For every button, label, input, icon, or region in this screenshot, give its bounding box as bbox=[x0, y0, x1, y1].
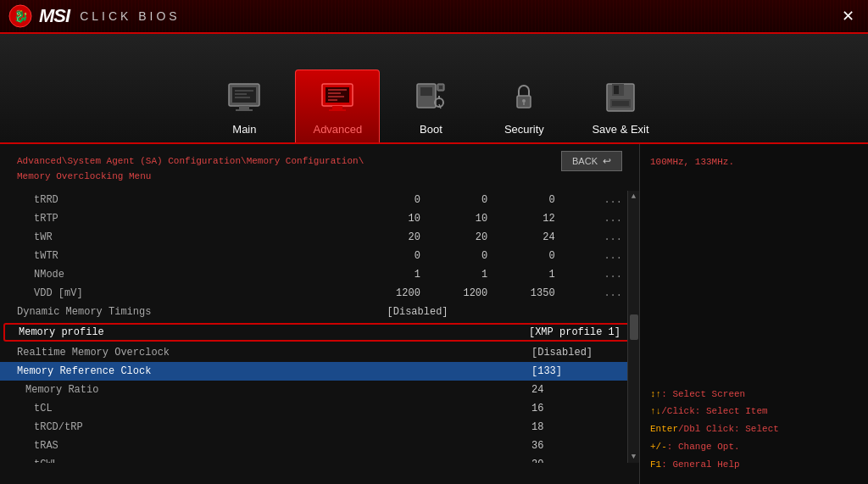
svg-text:🐉: 🐉 bbox=[14, 9, 29, 24]
memory-profile-value: [XMP profile 1] bbox=[529, 326, 620, 338]
scrollbar[interactable]: ▲ ▼ bbox=[627, 191, 639, 463]
msi-dragon-icon: 🐉 bbox=[8, 4, 32, 28]
memory-ratio-row[interactable]: Memory Ratio 24 bbox=[0, 381, 639, 399]
security-tab-label: Security bbox=[504, 123, 544, 136]
memory-profile-row[interactable]: Memory profile [XMP profile 1] bbox=[3, 323, 636, 342]
back-arrow-icon: ↩ bbox=[603, 155, 611, 167]
main-content: BACK ↩ Advanced\System Agent (SA) Config… bbox=[0, 144, 868, 484]
svg-point-25 bbox=[522, 99, 526, 103]
svg-rect-3 bbox=[232, 87, 256, 103]
svg-rect-4 bbox=[239, 106, 249, 109]
table-row: VDD [mV] 1200 1200 1350 ... bbox=[0, 284, 639, 303]
tras-row[interactable]: tRAS 36 bbox=[0, 437, 639, 455]
svg-rect-20 bbox=[439, 86, 442, 89]
svg-rect-18 bbox=[420, 87, 432, 96]
save-exit-icon bbox=[600, 77, 641, 118]
svg-line-23 bbox=[439, 104, 441, 108]
table-row: NMode 1 1 1 ... bbox=[0, 265, 639, 284]
scroll-up-icon[interactable]: ▲ bbox=[632, 192, 636, 201]
table-row: tWTR 0 0 0 ... bbox=[0, 247, 639, 265]
close-button[interactable]: ✕ bbox=[837, 5, 860, 27]
svg-rect-5 bbox=[236, 109, 253, 111]
help-text: 100MHz, 133MHz. bbox=[650, 154, 858, 171]
tab-main[interactable]: Main bbox=[202, 70, 287, 142]
memory-profile-label: Memory profile bbox=[19, 326, 104, 338]
svg-rect-29 bbox=[614, 86, 619, 94]
tcl-row[interactable]: tCL 16 bbox=[0, 399, 639, 418]
svg-rect-31 bbox=[612, 101, 629, 106]
trcd-row[interactable]: tRCD/tRP 18 bbox=[0, 418, 639, 437]
msi-logo-text: MSI bbox=[39, 5, 70, 27]
scroll-thumb[interactable] bbox=[630, 314, 638, 340]
key-help-section: ↕↑: Select Screen ↑↓/Click: Select Item … bbox=[650, 386, 858, 474]
tab-boot[interactable]: Boot bbox=[388, 70, 473, 142]
table-row: tWR 20 20 24 ... bbox=[0, 228, 639, 247]
svg-rect-16 bbox=[329, 109, 346, 111]
boot-tab-label: Boot bbox=[420, 123, 442, 136]
save-exit-tab-label: Save & Exit bbox=[592, 123, 648, 136]
advanced-icon bbox=[317, 77, 358, 118]
svg-rect-15 bbox=[332, 106, 342, 109]
main-icon bbox=[224, 77, 264, 118]
advanced-tab-label: Advanced bbox=[313, 123, 362, 136]
main-tab-label: Main bbox=[232, 123, 256, 136]
tab-save-exit[interactable]: Save & Exit bbox=[575, 70, 665, 142]
click-bios-text: CLICK BIOS bbox=[80, 9, 181, 23]
realtime-oc-row[interactable]: Realtime Memory Overclock [Disabled] bbox=[0, 343, 639, 362]
memory-ref-clock-row[interactable]: Memory Reference Clock [133] bbox=[0, 362, 639, 381]
header: 🐉 MSI CLICK BIOS ✕ bbox=[0, 0, 868, 34]
settings-table-2: Realtime Memory Overclock [Disabled] Mem… bbox=[0, 343, 639, 463]
back-label: BACK bbox=[572, 156, 598, 166]
tcwl-row[interactable]: tCWL 20 bbox=[0, 455, 639, 463]
tab-security[interactable]: Security bbox=[481, 70, 566, 142]
logo-area: 🐉 MSI CLICK BIOS bbox=[8, 4, 181, 28]
back-button[interactable]: BACK ↩ bbox=[561, 151, 622, 171]
boot-icon bbox=[410, 77, 451, 118]
dynamic-timing-row[interactable]: Dynamic Memory Timings [Disabled] bbox=[0, 303, 639, 321]
table-row: tRTP 10 10 12 ... bbox=[0, 209, 639, 228]
breadcrumb: Advanced\System Agent (SA) Configuration… bbox=[0, 153, 639, 191]
key-help-item: ↕↑: Select Screen ↑↓/Click: Select Item … bbox=[650, 386, 858, 474]
table-row: tRRD 0 0 0 ... bbox=[0, 191, 639, 209]
scroll-down-icon[interactable]: ▼ bbox=[632, 453, 636, 461]
security-icon bbox=[504, 77, 544, 118]
left-panel: BACK ↩ Advanced\System Agent (SA) Config… bbox=[0, 144, 639, 484]
tab-advanced[interactable]: Advanced bbox=[295, 70, 380, 142]
right-panel: 100MHz, 133MHz. ↕↑: Select Screen ↑↓/Cli… bbox=[639, 144, 868, 484]
settings-table: tRRD 0 0 0 ... tRTP 10 10 12 ... bbox=[0, 191, 639, 321]
nav-tabs: Main Advanced bbox=[0, 34, 868, 144]
